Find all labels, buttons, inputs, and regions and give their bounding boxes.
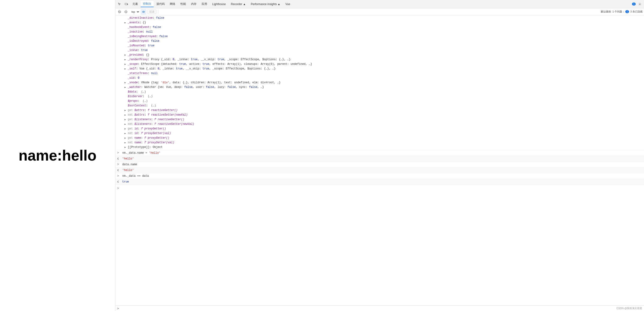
toolbar-right-area: 默认级别 1 个问题： 1 3 条已隐藏 <box>601 10 642 14</box>
output-text-1: 'hello' <box>122 157 134 161</box>
devtools-navbar: 元素 控制台 源代码 网络 性能 内存 应用 Lighthouse Record… <box>115 0 644 8</box>
svg-line-4 <box>119 11 120 12</box>
console-interaction-1-input: > vm._data.name = 'hello' <box>115 150 644 156</box>
prop-data: $data: (…) <box>115 90 644 94</box>
tab-performance-insights[interactable]: Performance insights ▲ <box>248 2 282 7</box>
prop-vnode[interactable]: _vnode: VNode {tag: 'div', data: {…}, ch… <box>115 80 644 85</box>
hidden-label: 3 条已隐藏 <box>630 10 642 14</box>
tab-performance[interactable]: 性能 <box>178 1 188 7</box>
triangle-get-listeners[interactable] <box>124 118 127 122</box>
prompt-in-2: > <box>117 162 120 166</box>
issues-badge: 1 <box>632 2 636 6</box>
triangle-provided[interactable] <box>124 54 127 57</box>
eye-icon[interactable] <box>141 9 146 14</box>
prop-get-listeners[interactable]: get $listeners: f reactiveGetter() <box>115 117 644 122</box>
prop-uid: _uid: 0 <box>115 76 644 80</box>
prop-set-id[interactable]: set id: f proxySetter(val) <box>115 131 644 136</box>
prop-inactive: _inactive: null <box>115 30 644 34</box>
svg-point-2 <box>640 4 640 4</box>
console-output: _directInactive: false _events: {} _hasH… <box>115 15 644 306</box>
default-level-label[interactable]: 默认级别 <box>601 10 611 14</box>
page-title: name:hello <box>19 147 97 164</box>
settings-icon[interactable] <box>636 1 643 8</box>
svg-point-8 <box>143 11 144 12</box>
console-interaction-2-input: > data.name <box>115 162 644 167</box>
console-interaction-3-input: > vm._data == data <box>115 173 644 179</box>
prop-prototype[interactable]: [[Prototype]]: Object <box>115 145 644 150</box>
tab-recorder[interactable]: Recorder ▲ <box>228 2 248 7</box>
input-text-2: data.name <box>122 162 137 166</box>
triangle-prototype[interactable] <box>124 146 127 149</box>
prop-renderProxy[interactable]: _renderProxy: Proxy {_uid: 0, _isVue: tr… <box>115 57 644 62</box>
tab-vue[interactable]: Vue <box>283 2 292 7</box>
prop-ssrContext: $ssrContext: (…) <box>115 103 644 108</box>
prop-isVue: _isVue: true <box>115 48 644 52</box>
empty-input[interactable] <box>122 186 642 189</box>
triangle-set-id[interactable] <box>124 132 127 136</box>
tab-memory[interactable]: 内存 <box>189 1 199 7</box>
prop-get-name[interactable]: get name: f proxyGetter() <box>115 136 644 140</box>
prop-get-attrs[interactable]: get $attrs: f reactiveGetter() <box>115 108 644 112</box>
tab-sources[interactable]: 源代码 <box>154 1 167 7</box>
prop-set-attrs[interactable]: set $attrs: f reactiveSetter(newVal) <box>115 112 644 117</box>
hide-network-icon[interactable] <box>123 9 129 14</box>
triangle-get-id[interactable] <box>124 128 127 131</box>
triangle-set-attrs[interactable] <box>124 114 127 117</box>
page-preview: name:hello <box>0 0 115 311</box>
triangle-watcher[interactable] <box>124 86 127 89</box>
prompt-out-1: ❮ <box>117 157 120 161</box>
triangle-renderProxy[interactable] <box>124 58 127 62</box>
prop-provided[interactable]: _provided: {} <box>115 52 644 57</box>
console-input-bar: > <box>115 306 644 311</box>
triangle-set-name[interactable] <box>124 142 127 145</box>
prompt-in-1: > <box>117 151 120 155</box>
svg-rect-1 <box>127 4 128 5</box>
triangle-set-listeners[interactable] <box>124 123 127 126</box>
toolbar-divider <box>158 10 158 14</box>
clear-console-icon[interactable] <box>117 9 122 14</box>
console-interaction-2-output: ❮ 'hello' <box>115 167 644 173</box>
triangle-scope[interactable] <box>124 63 127 66</box>
triangle-vnode[interactable] <box>124 82 127 85</box>
prompt-in-empty: > <box>117 186 120 190</box>
prop-set-listeners[interactable]: set $listeners: f reactiveSetter(newVal) <box>115 122 644 126</box>
prompt-out-2: ❮ <box>117 168 120 172</box>
prop-isMounted: _isMounted: true <box>115 43 644 48</box>
inspect-element-icon[interactable] <box>116 1 123 8</box>
triangle-self[interactable] <box>124 68 127 71</box>
triangle-get-attrs[interactable] <box>124 109 127 112</box>
object-tree: _directInactive: false _events: {} _hasH… <box>115 15 644 150</box>
prop-isDestroyed: _isDestroyed: false <box>115 39 644 43</box>
issues-label: 1 个问题： 1 <box>612 10 629 14</box>
device-toolbar-icon[interactable] <box>123 1 130 8</box>
prop-events[interactable]: _events: {} <box>115 20 644 25</box>
devtools-panel: 元素 控制台 源代码 网络 性能 内存 应用 Lighthouse Record… <box>115 0 644 311</box>
console-empty-prompt[interactable]: > <box>115 184 644 191</box>
triangle-events[interactable] <box>124 22 127 25</box>
filter-input[interactable]: 过滤 <box>147 10 156 14</box>
prop-scope[interactable]: _scope: EffectScope {detached: true, act… <box>115 62 644 66</box>
output-text-2: 'hello' <box>122 168 134 172</box>
prop-watcher[interactable]: _watcher: Watcher {vm: Vue, deep: false,… <box>115 85 644 90</box>
issues-count-badge[interactable]: 1 <box>625 10 629 13</box>
prop-get-id[interactable]: get id: f proxyGetter() <box>115 126 644 131</box>
console-input-field[interactable] <box>120 307 642 310</box>
nav-right-icons: 1 <box>632 1 643 8</box>
context-selector[interactable]: top <box>130 10 140 14</box>
tab-network[interactable]: 网络 <box>168 1 178 7</box>
prop-set-name[interactable]: set name: f proxySetter(val) <box>115 140 644 145</box>
console-prompt-icon: > <box>117 306 119 310</box>
console-toolbar: top 过滤 默认级别 1 个问题： 1 3 条已隐藏 <box>115 8 644 15</box>
prompt-in-3: > <box>117 174 120 178</box>
prop-directInactive: _directInactive: false <box>115 16 644 20</box>
prop-staticTrees: _staticTrees: null <box>115 71 644 76</box>
input-text-3: vm._data == data <box>122 174 149 178</box>
prop-props: $props: (…) <box>115 99 644 103</box>
tab-lighthouse[interactable]: Lighthouse <box>210 2 228 7</box>
triangle-get-name[interactable] <box>124 137 127 140</box>
prop-self[interactable]: _self: Vue {_uid: 0, _isVue: true, __v_s… <box>115 66 644 71</box>
tab-application[interactable]: 应用 <box>199 1 210 7</box>
tab-elements[interactable]: 元素 <box>130 1 140 7</box>
prop-isServer: $isServer: (…) <box>115 94 644 99</box>
tab-console[interactable]: 控制台 <box>141 1 154 7</box>
